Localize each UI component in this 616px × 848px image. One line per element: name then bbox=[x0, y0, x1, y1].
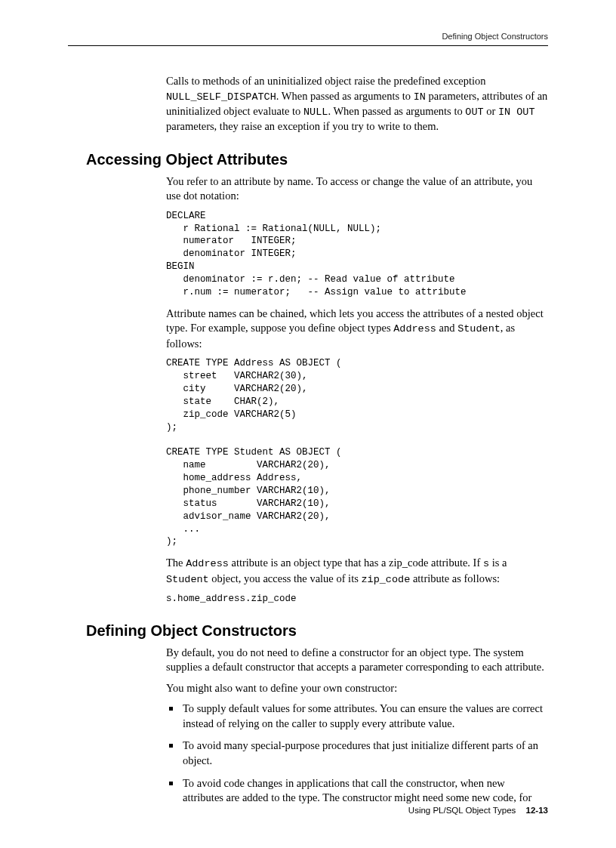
page-footer: Using PL/SQL Object Types 12-13 bbox=[408, 806, 548, 815]
heading-defining-constructors: Defining Object Constructors bbox=[86, 622, 548, 640]
code-inline: zip_code bbox=[361, 574, 410, 585]
list-item: To avoid many special-purpose procedures… bbox=[166, 739, 548, 768]
paragraph: The Address attribute is an object type … bbox=[166, 556, 548, 586]
paragraph: You refer to an attribute by name. To ac… bbox=[166, 174, 548, 204]
text: The bbox=[166, 557, 186, 569]
code-inline: NULL_SELF_DISPATCH bbox=[166, 91, 276, 103]
code-inline: s bbox=[483, 558, 489, 569]
code-inline: NULL bbox=[303, 106, 328, 118]
heading-accessing-attributes: Accessing Object Attributes bbox=[86, 151, 548, 168]
intro-block: Calls to methods of an uninitialized obj… bbox=[166, 74, 548, 134]
code-inline: Student bbox=[166, 574, 209, 585]
section1-block: You refer to an attribute by name. To ac… bbox=[166, 174, 548, 606]
text: attribute as follows: bbox=[410, 572, 500, 584]
page: Defining Object Constructors Calls to me… bbox=[0, 0, 616, 848]
paragraph: By default, you do not need to define a … bbox=[166, 646, 548, 675]
code-inline: Student bbox=[457, 323, 500, 335]
code-block: DECLARE r Rational := Rational(NULL, NUL… bbox=[166, 210, 548, 299]
header-rule bbox=[68, 45, 548, 46]
section2-block: By default, you do not need to define a … bbox=[166, 646, 548, 806]
code-inline: OUT bbox=[465, 106, 483, 118]
bullet-list: To supply default values for some attrib… bbox=[166, 702, 548, 805]
code-block: CREATE TYPE Address AS OBJECT ( street V… bbox=[166, 357, 548, 548]
text: object, you access the value of its bbox=[209, 572, 362, 584]
text: Calls to methods of an uninitialized obj… bbox=[166, 75, 486, 87]
text: attribute is an object type that has a z… bbox=[229, 557, 483, 569]
text: . When passed as arguments to bbox=[328, 105, 465, 117]
running-head: Defining Object Constructors bbox=[442, 32, 548, 41]
list-item: To supply default values for some attrib… bbox=[166, 702, 548, 731]
code-block: s.home_address.zip_code bbox=[166, 593, 548, 606]
text: parameters, they raise an exception if y… bbox=[166, 120, 439, 132]
text: is a bbox=[489, 557, 507, 569]
content-area: Calls to methods of an uninitialized obj… bbox=[68, 68, 548, 780]
text: and bbox=[436, 322, 457, 334]
footer-page-number: 12-13 bbox=[526, 806, 548, 815]
text: or bbox=[484, 105, 498, 117]
text: . When passed as arguments to bbox=[276, 90, 414, 102]
intro-paragraph: Calls to methods of an uninitialized obj… bbox=[166, 74, 548, 134]
code-inline: IN bbox=[414, 91, 426, 103]
code-inline: IN OUT bbox=[498, 106, 535, 118]
paragraph: You might also want to define your own c… bbox=[166, 681, 548, 696]
paragraph: Attribute names can be chained, which le… bbox=[166, 307, 548, 351]
list-item: To avoid code changes in applications th… bbox=[166, 776, 548, 806]
footer-chapter: Using PL/SQL Object Types bbox=[408, 806, 516, 815]
code-inline: Address bbox=[186, 558, 229, 569]
code-inline: Address bbox=[393, 323, 436, 335]
